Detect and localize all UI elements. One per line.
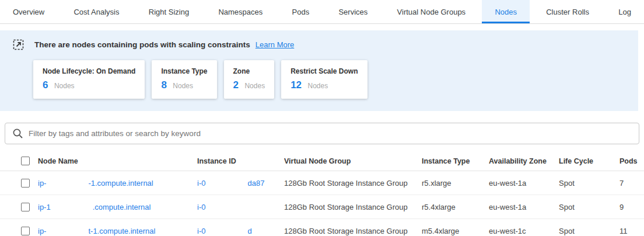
filter-bar — [5, 123, 639, 144]
card-unit: Nodes — [244, 82, 265, 90]
pods-cell: 7 — [620, 179, 644, 188]
node-name-link[interactable]: ip--1.compute.internal — [38, 179, 153, 188]
search-icon — [12, 128, 23, 141]
instance-type-cell: r5.xlarge — [422, 179, 489, 188]
availability-zone-cell: eu-west-1a — [489, 203, 559, 211]
tab-log[interactable]: Log — [606, 0, 644, 23]
tab-nodes[interactable]: Nodes — [482, 0, 530, 23]
tab-overview[interactable]: Overview — [0, 0, 57, 23]
life-cycle-cell: Spot — [559, 227, 620, 235]
tab-cluster-rolls[interactable]: Cluster Rolls — [533, 0, 602, 23]
card-restrict-scale-down[interactable]: Restrict Scale Down 12 Nodes — [281, 60, 367, 99]
tab-pods[interactable]: Pods — [279, 0, 323, 23]
tab-namespaces[interactable]: Namespaces — [205, 0, 275, 23]
select-all-checkbox[interactable] — [21, 157, 30, 165]
column-header-virtual-node-group: Virtual Node Group — [284, 157, 422, 165]
tab-services[interactable]: Services — [326, 0, 380, 23]
learn-more-link[interactable]: Learn More — [256, 40, 294, 49]
nodes-table: Node Name Instance ID Virtual Node Group… — [0, 151, 644, 236]
node-name-link[interactable]: ip-t-1.compute.internal — [38, 227, 155, 235]
card-zone[interactable]: Zone 2 Nodes — [224, 60, 275, 99]
instance-type-cell: m5.4xlarge — [422, 227, 489, 235]
table-row: ip--1.compute.internal i-0da87 128Gb Roo… — [0, 171, 644, 195]
row-checkbox[interactable] — [21, 203, 30, 211]
card-node-lifecycle-on-demand[interactable]: Node Lifecycle: On Demand 6 Nodes — [33, 60, 145, 99]
instance-type-cell: r5.4xlarge — [422, 203, 489, 211]
column-header-life-cycle: Life Cycle — [559, 157, 620, 165]
availability-zone-cell: eu-west-1a — [489, 179, 559, 188]
constraint-cards: Node Lifecycle: On Demand 6 Nodes Instan… — [33, 60, 638, 99]
tab-bar: Overview Cost Analysis Right Sizing Name… — [0, 0, 644, 24]
scaling-constraints-banner: There are nodes containing pods with sca… — [0, 30, 638, 111]
column-header-availability-zone: Availability Zone — [489, 157, 559, 165]
column-header-node-name: Node Name — [38, 157, 197, 165]
tab-cost-analysis[interactable]: Cost Analysis — [61, 0, 132, 23]
pods-cell: 11 — [620, 227, 644, 235]
column-header-pods: Pods — [620, 157, 644, 165]
card-unit: Nodes — [308, 82, 328, 90]
table-row: ip-1.compute.internal i-0 128Gb Root Sto… — [0, 195, 644, 219]
card-title: Instance Type — [161, 67, 207, 75]
column-header-instance-type: Instance Type — [422, 157, 489, 165]
card-count: 8 — [161, 79, 166, 91]
instance-id-link[interactable]: i-0da87 — [197, 179, 264, 188]
availability-zone-cell: eu-west-1c — [489, 227, 559, 235]
virtual-node-group-cell: 128Gb Root Storage Instance Group — [284, 227, 422, 235]
node-name-link[interactable]: ip-1.compute.internal — [38, 203, 150, 211]
row-checkbox[interactable] — [21, 227, 30, 235]
column-header-instance-id: Instance ID — [197, 157, 284, 165]
instance-id-link[interactable]: i-0 — [197, 203, 247, 211]
table-row: ip-t-1.compute.internal i-0d 128Gb Root … — [0, 219, 644, 236]
tab-virtual-node-groups[interactable]: Virtual Node Groups — [384, 0, 479, 23]
filter-search-input[interactable] — [5, 123, 639, 144]
table-header-row: Node Name Instance ID Virtual Node Group… — [0, 151, 644, 171]
card-unit: Nodes — [54, 82, 75, 90]
tab-right-sizing[interactable]: Right Sizing — [136, 0, 202, 23]
card-title: Zone — [233, 67, 265, 75]
card-count: 6 — [43, 79, 48, 91]
banner-message: There are nodes containing pods with sca… — [34, 40, 250, 49]
row-checkbox[interactable] — [21, 179, 30, 188]
card-instance-type[interactable]: Instance Type 8 Nodes — [152, 60, 216, 99]
pods-cell: 9 — [620, 203, 644, 211]
virtual-node-group-cell: 128Gb Root Storage Instance Group — [284, 179, 422, 188]
card-title: Restrict Scale Down — [290, 67, 358, 75]
life-cycle-cell: Spot — [559, 203, 620, 211]
card-unit: Nodes — [173, 82, 193, 90]
card-count: 12 — [290, 79, 302, 91]
card-title: Node Lifecycle: On Demand — [43, 67, 135, 75]
life-cycle-cell: Spot — [559, 179, 620, 188]
scale-out-icon — [13, 39, 24, 50]
virtual-node-group-cell: 128Gb Root Storage Instance Group — [284, 203, 422, 211]
instance-id-link[interactable]: i-0d — [197, 227, 252, 235]
card-count: 2 — [233, 79, 239, 91]
